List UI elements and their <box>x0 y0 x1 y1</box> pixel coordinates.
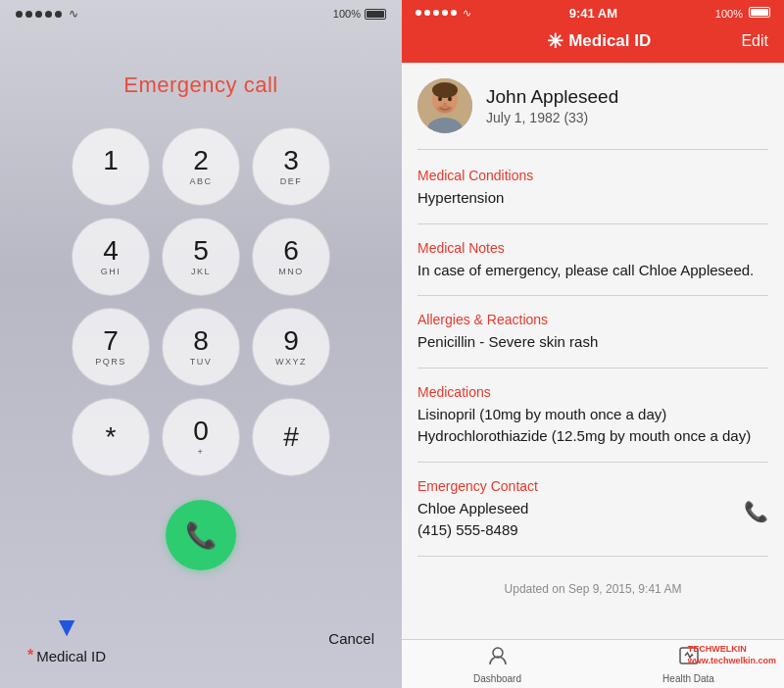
dial-button-4[interactable]: 4 GHI <box>72 218 150 296</box>
phone-call-icon[interactable]: 📞 <box>744 500 768 523</box>
profile-dob: July 1, 1982 (33) <box>486 110 618 125</box>
tab-dashboard[interactable]: Dashboard <box>402 646 593 684</box>
dial-main: 4 <box>103 237 119 265</box>
signal-dot <box>45 11 52 18</box>
svg-point-2 <box>432 82 458 98</box>
profile-section: John Appleseed July 1, 1982 (33) <box>417 78 768 150</box>
svg-point-7 <box>437 105 453 113</box>
watermark-line2: www.techwelkin.com <box>688 656 776 667</box>
section-label-medications: Medications <box>417 384 768 400</box>
watermark-line1: TECHWELKIN <box>688 644 776 656</box>
wifi-icon-right: ∿ <box>463 7 471 20</box>
dial-main: 7 <box>103 327 119 355</box>
medical-id-label: Medical ID <box>36 648 106 664</box>
cancel-button[interactable]: Cancel <box>328 630 374 647</box>
dial-sub: TUV <box>190 357 213 367</box>
section-medical-notes: Medical Notes In case of emergency, plea… <box>417 240 768 297</box>
emergency-contact-phone: (415) 555-8489 <box>417 519 528 542</box>
medical-id-button[interactable]: ▼ * Medical ID <box>27 612 106 664</box>
dial-main: 8 <box>193 327 209 355</box>
dial-sub: GHI <box>101 267 122 276</box>
emergency-contact-name: Chloe Appleseed <box>417 498 528 520</box>
tab-health-data-label: Health Data <box>662 673 714 684</box>
phone-icon: 📞 <box>185 520 217 551</box>
dial-button-0[interactable]: 0 + <box>162 398 240 476</box>
dial-button-star[interactable]: * <box>72 398 150 476</box>
signal-dot-w <box>416 10 421 16</box>
battery-right: 100% <box>715 7 770 20</box>
dial-button-8[interactable]: 8 TUV <box>162 308 240 386</box>
avatar <box>417 78 472 133</box>
dial-sub: PQRS <box>95 357 126 367</box>
section-value-medications: Lisinopril (10mg by mouth once a day) Hy… <box>417 404 768 448</box>
dial-button-5[interactable]: 5 JKL <box>162 218 240 296</box>
dial-main: 1 <box>103 147 119 174</box>
section-label-allergies: Allergies & Reactions <box>417 312 768 327</box>
updated-timestamp: Updated on Sep 9, 2015, 9:41 AM <box>417 572 768 602</box>
dial-main: 9 <box>283 327 299 355</box>
bottom-bar-left: ▼ * Medical ID Cancel <box>0 612 402 688</box>
dial-main: 3 <box>283 147 299 174</box>
dial-sub: + <box>198 447 205 457</box>
tab-dashboard-label: Dashboard <box>473 673 521 684</box>
emergency-contact-row: Chloe Appleseed (415) 555-8489 📞 <box>417 498 768 542</box>
section-label-conditions: Medical Conditions <box>417 168 768 183</box>
dial-sub: MNO <box>278 267 304 276</box>
techwelkin-watermark: TECHWELKIN www.techwelkin.com <box>688 644 776 666</box>
signal-dot-w <box>433 10 439 16</box>
profile-name: John Appleseed <box>486 86 618 108</box>
section-emergency-contact: Emergency Contact Chloe Appleseed (415) … <box>417 478 768 557</box>
section-medications: Medications Lisinopril (10mg by mouth on… <box>417 384 768 463</box>
dial-sub: ABC <box>189 176 212 186</box>
dial-main: 6 <box>283 237 299 265</box>
section-value-conditions: Hypertension <box>417 187 768 210</box>
signal-right: ∿ <box>416 7 471 20</box>
call-button[interactable]: 📞 <box>166 500 236 570</box>
dial-button-2[interactable]: 2 ABC <box>162 127 240 206</box>
signal-dot <box>55 11 62 18</box>
section-value-allergies: Penicillin - Severe skin rash <box>417 331 768 354</box>
dial-pad: 1 2 ABC 3 DEF 4 GHI 5 JKL 6 MNO 7 PQRS <box>72 127 330 476</box>
edit-button[interactable]: Edit <box>741 32 768 50</box>
dial-button-hash[interactable]: # <box>252 398 330 476</box>
left-panel: ∿ 100% Emergency call 1 2 ABC 3 DEF 4 GH… <box>0 0 402 688</box>
signal-dot-w <box>424 10 430 16</box>
dashboard-icon <box>486 646 510 670</box>
signal-dot-w <box>451 10 457 16</box>
section-allergies: Allergies & Reactions Penicillin - Sever… <box>417 312 768 369</box>
signal-dots-left <box>16 11 62 18</box>
section-medical-conditions: Medical Conditions Hypertension <box>417 168 768 224</box>
dial-main: # <box>283 423 299 451</box>
signal-dot-w <box>442 10 448 16</box>
svg-point-6 <box>444 103 447 105</box>
time-display: 9:41 AM <box>569 6 617 21</box>
wifi-icon: ∿ <box>69 7 78 21</box>
dial-sub <box>109 176 113 186</box>
nav-title-text: Medical ID <box>568 31 651 51</box>
dial-button-3[interactable]: 3 DEF <box>252 127 330 206</box>
dial-button-6[interactable]: 6 MNO <box>252 218 330 296</box>
medical-content: John Appleseed July 1, 1982 (33) Medical… <box>402 63 784 639</box>
nav-asterisk-icon: ✳ <box>547 29 564 53</box>
medical-id-asterisk: * <box>27 647 33 664</box>
dial-main: 2 <box>193 147 209 174</box>
section-label-notes: Medical Notes <box>417 240 768 256</box>
nav-bar: ✳ Medical ID Edit <box>402 24 784 63</box>
dial-main: 5 <box>193 237 209 265</box>
status-bar-right: ∿ 9:41 AM 100% <box>402 0 784 24</box>
section-label-emergency: Emergency Contact <box>417 478 768 494</box>
svg-point-4 <box>438 97 442 101</box>
signal-dot <box>16 11 23 18</box>
dial-sub: WXYZ <box>275 357 307 367</box>
profile-info: John Appleseed July 1, 1982 (33) <box>486 86 618 125</box>
dial-sub: JKL <box>191 267 211 276</box>
nav-title: ✳ Medical ID <box>547 29 651 53</box>
signal-dot <box>35 11 42 18</box>
battery-text-right: 100% <box>715 8 743 20</box>
dial-button-1[interactable]: 1 <box>72 127 150 206</box>
dial-sub: DEF <box>280 176 303 186</box>
dial-button-7[interactable]: 7 PQRS <box>72 308 150 386</box>
down-arrow-icon: ▼ <box>53 612 80 643</box>
emergency-call-title: Emergency call <box>123 73 277 98</box>
dial-button-9[interactable]: 9 WXYZ <box>252 308 330 386</box>
